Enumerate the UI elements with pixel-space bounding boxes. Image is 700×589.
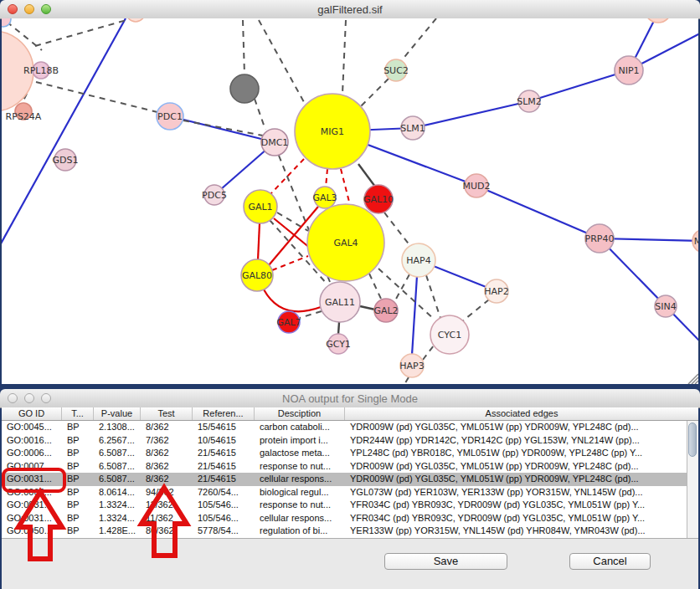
cell-test: 8/362 — [141, 447, 193, 460]
table-row[interactable]: GO:0045...BP2.1308...8/36215/54615carbon… — [2, 421, 687, 434]
graph-edge[interactable] — [401, 18, 436, 61]
cell-type: BP — [62, 525, 94, 538]
cell-p_value: 6.2567... — [94, 434, 141, 448]
table-scrollbar[interactable] — [687, 421, 698, 538]
cell-p_value: 2.1308... — [94, 421, 141, 434]
graph-edge[interactable] — [277, 213, 308, 231]
graph-node-label: SLM1 — [400, 123, 425, 134]
graph-edge[interactable] — [342, 20, 346, 94]
graph-node[interactable] — [126, 18, 145, 22]
graph-edge[interactable] — [395, 274, 409, 300]
cell-go_id: GO:0006... — [2, 447, 62, 460]
graph-edge[interactable] — [529, 70, 629, 101]
graph-edge[interactable] — [183, 120, 263, 136]
graph-edge[interactable] — [272, 256, 308, 270]
graph-node-label: HAP2 — [484, 286, 508, 297]
cell-p_value: 6.5087... — [94, 473, 141, 486]
cell-go_id: GO:0007... — [2, 460, 62, 474]
graph-edge[interactable] — [369, 274, 381, 299]
cell-edges: YFR034C (pd) YBR093C, YDR009W (pd) YGL03… — [345, 512, 687, 525]
table-row[interactable]: GO:0031...BP1.3324...11/362105/546...cel… — [2, 512, 687, 525]
graph-node-label: DMC1 — [261, 137, 289, 148]
cell-edges: YER133W (pp) YOR315W, YNL145W (pd) YHR08… — [345, 525, 687, 538]
graph-edge[interactable] — [255, 99, 265, 130]
graph-edge[interactable] — [259, 20, 304, 102]
graph-edge[interactable] — [423, 346, 434, 360]
graph-node-label: HAP4 — [406, 255, 430, 266]
zoom-button[interactable] — [41, 393, 51, 403]
zoom-button[interactable] — [41, 4, 51, 14]
graph-node-label: CYC1 — [438, 330, 461, 341]
graph-node-label: SLM2 — [517, 96, 542, 107]
column-header-description[interactable]: Desciption — [255, 407, 345, 420]
cell-go_id: GO:0031... — [2, 512, 62, 525]
graph-edge[interactable] — [384, 213, 410, 246]
cell-reference: 21/54615 — [193, 460, 255, 474]
scrollbar-thumb[interactable] — [688, 423, 697, 457]
graph-edge[interactable] — [341, 169, 350, 205]
graph-edge[interactable] — [36, 82, 157, 112]
graph-edge[interactable] — [426, 275, 440, 318]
cell-description: galactose meta... — [255, 447, 345, 460]
graph-node-label: RPS24A — [6, 111, 42, 122]
table-footer: Save Cancel — [2, 538, 698, 589]
cell-p_value: 1.3324... — [94, 512, 141, 525]
network-canvas[interactable]: RPL18BRPS24AGDS1PDC1PDC5MIG1DMC1SUC2SLM1… — [2, 18, 698, 384]
cell-edges: YDR244W (pp) YDR142C, YDR142C (pp) YGL15… — [345, 434, 687, 448]
graph-edge[interactable] — [461, 300, 489, 322]
table-row[interactable]: GO:0050...BP1.428E...80/3625778/54...reg… — [2, 525, 687, 538]
table-row[interactable]: GO:0006...BP6.5087...8/36221/54615galact… — [2, 447, 687, 460]
column-header-go_id[interactable]: GO ID — [2, 407, 62, 420]
cell-type: BP — [62, 447, 94, 460]
column-header-edges[interactable]: Associated edges — [345, 407, 698, 420]
column-header-reference[interactable]: Referen... — [193, 407, 255, 420]
graph-edge[interactable] — [326, 169, 327, 187]
column-header-test[interactable]: Test — [141, 407, 193, 420]
graph-node-label: GCY1 — [326, 339, 351, 350]
resize-grip[interactable] — [695, 381, 698, 384]
close-button[interactable] — [8, 4, 18, 14]
cancel-button[interactable]: Cancel — [569, 553, 651, 570]
graph-edge[interactable] — [300, 311, 322, 318]
table-row[interactable]: GO:0016...BP6.2567...7/36210/54615protei… — [2, 434, 687, 448]
table-row[interactable]: GO:0065...BP8.0614...94/3627260/54...bio… — [2, 486, 687, 499]
cell-go_id: GO:0031... — [2, 473, 62, 486]
graph-window-title: galFiltered.sif — [317, 3, 382, 16]
table-row[interactable]: GO:0007...BP6.5087...8/36221/54615respon… — [2, 460, 687, 474]
column-header-p_value[interactable]: P-value — [94, 407, 141, 420]
cell-reference: 15/54615 — [193, 421, 255, 434]
cell-test: 7/362 — [141, 434, 193, 448]
graph-edge[interactable] — [404, 377, 409, 384]
table-row[interactable]: GO:0031...BP6.5087...8/36221/54615cellul… — [2, 473, 687, 486]
table-row[interactable]: GO:0031...BP1.3324...11/362105/546...res… — [2, 499, 687, 512]
results-table: GO IDT...P-valueTestReferen...Desciption… — [2, 407, 698, 589]
close-button[interactable] — [8, 393, 18, 403]
graph-edge[interactable] — [243, 20, 244, 74]
graph-edge[interactable] — [361, 79, 389, 106]
graph-node[interactable] — [2, 18, 11, 27]
column-header-type[interactable]: T... — [62, 407, 94, 420]
graph-node[interactable] — [230, 74, 259, 103]
graph-edge[interactable] — [360, 306, 375, 310]
graph-edge[interactable] — [413, 101, 529, 128]
graph-node-label: PDC5 — [202, 190, 227, 201]
graph-node[interactable] — [645, 18, 672, 23]
graph-edge[interactable] — [412, 276, 417, 355]
graph-edge[interactable] — [476, 186, 600, 238]
minimize-button[interactable] — [24, 4, 34, 14]
graph-node-label: SIN4 — [655, 301, 676, 312]
resize-grip[interactable] — [692, 377, 698, 384]
minimize-button[interactable] — [24, 393, 34, 403]
cell-type: BP — [62, 460, 94, 474]
cell-reference: 21/54615 — [193, 473, 255, 486]
save-button[interactable]: Save — [384, 553, 507, 570]
graph-edge[interactable] — [338, 322, 339, 335]
table-header-row: GO IDT...P-valueTestReferen...Desciption… — [2, 407, 698, 421]
graph-edge[interactable] — [258, 223, 260, 260]
graph-edge[interactable] — [264, 289, 321, 311]
graph-node-label: GAL11 — [325, 297, 355, 308]
graph-node-label: NIP1 — [618, 65, 639, 76]
cell-type: BP — [62, 473, 94, 486]
cell-description: cellular respons... — [255, 512, 345, 525]
graph-edge[interactable] — [358, 164, 375, 187]
